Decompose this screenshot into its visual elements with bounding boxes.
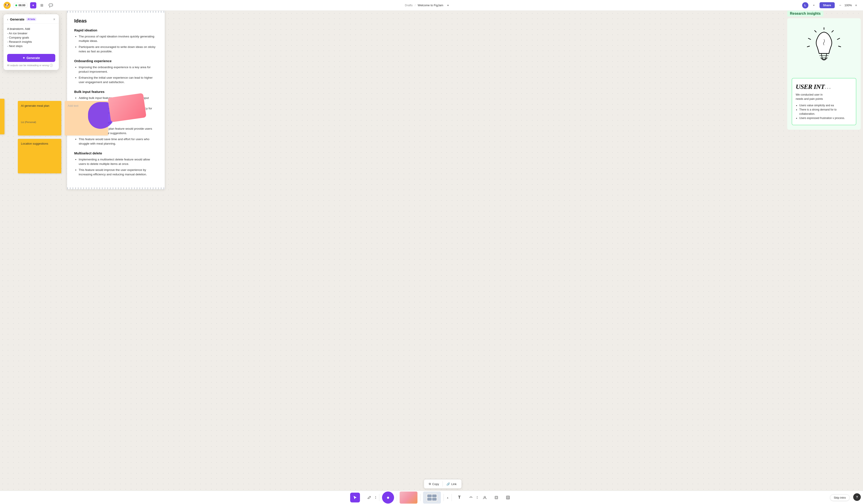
svg-rect-11 xyxy=(495,496,498,499)
bullet-item: Participants are encouraged to write dow… xyxy=(79,45,158,54)
user-avatar[interactable]: L xyxy=(802,2,809,9)
skip-intro-container: Skip intro xyxy=(830,494,850,501)
bullet-item: This feature would improve the user expe… xyxy=(79,168,158,177)
bullet-item: Implementing a multiselect delete featur… xyxy=(79,157,158,166)
chat-icon[interactable]: 💬 xyxy=(48,2,54,9)
help-button[interactable]: ? xyxy=(853,493,861,501)
link-button[interactable]: 🔗 Link xyxy=(444,481,459,487)
close-panel-btn[interactable]: × xyxy=(53,17,55,21)
frame-tool-btn[interactable] xyxy=(491,493,501,502)
avatar-dropdown-btn[interactable]: ▾ xyxy=(811,2,817,9)
user-int-title: USER INT… xyxy=(796,83,852,90)
pen-tool-btn[interactable] xyxy=(364,493,374,502)
breadcrumb: Drafts / Welcome to FigJam xyxy=(405,3,443,7)
help-btn-container: ? xyxy=(853,493,861,501)
section-bullets-2: Improving the onboarding experience is a… xyxy=(79,65,158,85)
svg-rect-12 xyxy=(496,497,497,498)
topbar-right: L ▾ Share − 100% + xyxy=(802,2,860,9)
section-heading-1: Rapid ideation xyxy=(74,28,158,32)
image-frame-btn[interactable] xyxy=(400,492,417,504)
zoom-minus-btn[interactable]: − xyxy=(837,2,843,9)
topbar-left: 🐶 06:00 ✦ ⊞ 💬 xyxy=(3,2,54,9)
text-tool-btn[interactable]: T xyxy=(454,493,464,502)
sticky-text: Location suggestions xyxy=(21,142,58,145)
topbar: 🐶 06:00 ✦ ⊞ 💬 Drafts / Welcome to FigJam… xyxy=(0,0,863,11)
circle-tool-btn[interactable]: ● xyxy=(382,492,394,504)
context-toolbar: ⧉ Copy 🔗 Link xyxy=(424,479,461,488)
generate-panel: ‹ Generate AI beta × A brainstorm. Add -… xyxy=(3,14,59,70)
svg-line-6 xyxy=(807,46,810,47)
link-icon: 🔗 xyxy=(447,482,450,486)
zoom-plus-btn[interactable]: + xyxy=(853,2,860,9)
bullet-item: Improving the onboarding experience is a… xyxy=(79,65,158,74)
connector-tool-btn[interactable] xyxy=(466,493,476,502)
topbar-center: Drafts / Welcome to FigJam ▾ xyxy=(405,2,451,9)
timer-value: 06:00 xyxy=(18,4,25,7)
svg-rect-13 xyxy=(506,496,510,499)
figjam-star-icon[interactable]: ✦ xyxy=(30,2,36,9)
user-int-bullets: Users value simplicity and ea There is a… xyxy=(796,103,852,121)
research-label: Research insights xyxy=(787,11,823,16)
back-arrow-icon[interactable]: ‹ xyxy=(7,17,8,21)
section-heading-3: Bulk input features xyxy=(74,90,158,93)
zoom-control: − 100% + xyxy=(837,2,860,9)
generate-panel-header: ‹ Generate AI beta × xyxy=(3,14,59,24)
connector-expand-down[interactable]: ▼ xyxy=(476,497,478,499)
brainstorm-item-2: - Company goals xyxy=(7,35,55,40)
research-content: USER INT… We conducted user inneeds and … xyxy=(787,18,861,130)
brainstorm-intro: A brainstorm. Add xyxy=(7,27,55,31)
svg-line-3 xyxy=(815,30,816,32)
svg-line-4 xyxy=(809,38,811,39)
timer-dot xyxy=(15,4,17,6)
breadcrumb-current: Welcome to FigJam xyxy=(418,3,443,7)
doc-section-onboarding: Onboarding experience Improving the onbo… xyxy=(74,59,158,85)
generate-content: A brainstorm. Add - An ice breaker - Com… xyxy=(3,24,59,51)
brainstorm-item-4: - Next steps xyxy=(7,44,55,48)
info-icon: i xyxy=(50,64,53,67)
section-heading-5: Multiselect delete xyxy=(74,151,158,155)
copy-button[interactable]: ⧉ Copy xyxy=(426,481,441,487)
share-button[interactable]: Share xyxy=(820,2,835,8)
svg-point-10 xyxy=(484,496,486,498)
section-bullets-1: The process of rapid ideation involves q… xyxy=(79,34,158,54)
generate-panel-title: Generate xyxy=(10,17,25,21)
doc-section-multiselect: Multiselect delete Implementing a multis… xyxy=(74,151,158,177)
lightbulb-container xyxy=(792,23,856,76)
bottom-toolbar: ▲ ▼ ● ▲ T ▲ ▼ xyxy=(0,491,863,504)
bullet-item: Users value simplicity and ea xyxy=(799,103,852,108)
sticky-user: Liz (Personal) xyxy=(21,108,58,124)
doc-section-rapid-ideation: Rapid ideation The process of rapid idea… xyxy=(74,28,158,54)
generate-panel-footer: ✦ Generate AI outputs can be misleading … xyxy=(3,51,59,70)
avatar-tool-btn[interactable] xyxy=(480,493,490,502)
toolbar-expand-btn[interactable]: ▲ xyxy=(447,496,449,499)
canvas: ‹ Generate AI beta × A brainstorm. Add -… xyxy=(0,11,863,491)
brainstorm-item-3: - Research insights xyxy=(7,40,55,44)
select-tool-btn[interactable] xyxy=(350,493,360,502)
sticky-note-meal-plan[interactable]: AI generate meal plan Liz (Personal) xyxy=(18,101,61,136)
research-insights-section: Research insights xyxy=(787,11,861,130)
title-dropdown-btn[interactable]: ▾ xyxy=(445,2,451,9)
skip-intro-btn[interactable]: Skip intro xyxy=(830,494,850,501)
layout-icon[interactable]: ⊞ xyxy=(39,2,45,9)
table-tool-btn[interactable] xyxy=(503,493,513,502)
sticky-note-location[interactable]: Location suggestions xyxy=(18,139,61,173)
svg-line-5 xyxy=(838,46,841,47)
pen-expand-down[interactable]: ▼ xyxy=(375,497,376,499)
section-bullets-5: Implementing a multiselect delete featur… xyxy=(79,157,158,177)
zoom-level: 100% xyxy=(845,3,852,7)
template-tool-btn[interactable] xyxy=(423,492,441,504)
pink-shape xyxy=(108,93,147,122)
generate-button[interactable]: ✦ Generate xyxy=(7,54,55,62)
bullet-item: Enhancing the initial user experience ca… xyxy=(79,76,158,85)
sticky-note-features[interactable]: features xyxy=(0,99,4,134)
copy-icon: ⧉ xyxy=(429,482,431,486)
bullet-item: Users expressed frustration v process. xyxy=(799,116,852,120)
sticky-text: AI generate meal plan xyxy=(21,104,58,108)
document-title: Ideas xyxy=(74,18,158,24)
brainstorm-item-1: - An ice breaker xyxy=(7,31,55,35)
svg-line-2 xyxy=(837,38,840,39)
ai-disclaimer: AI outputs can be misleading or wrong i xyxy=(7,64,55,67)
breadcrumb-drafts[interactable]: Drafts xyxy=(405,3,413,7)
timer-badge[interactable]: 06:00 xyxy=(13,3,28,8)
ai-beta-badge: AI beta xyxy=(26,17,36,21)
